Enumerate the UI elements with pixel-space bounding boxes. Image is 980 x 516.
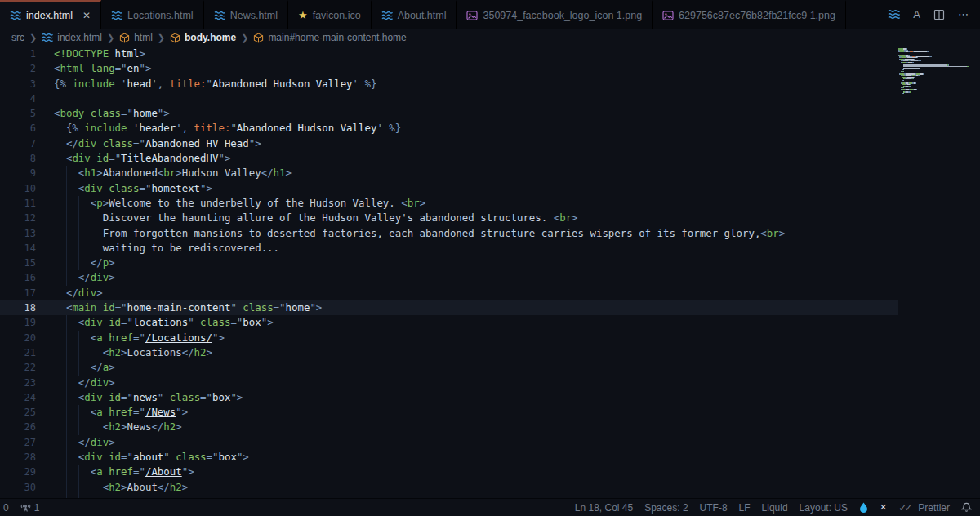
editor-actions: A ⋯ xyxy=(876,0,980,29)
code-line-23[interactable]: 23 </div> xyxy=(0,376,898,390)
code-line-6[interactable]: 6 {% include 'header', title:"Abandoned … xyxy=(0,121,898,136)
tab-about-html[interactable]: About.html xyxy=(372,0,457,29)
code-line-18[interactable]: 18 <main id="home-main-content" class="h… xyxy=(0,300,898,315)
html-file-icon xyxy=(381,11,393,20)
breadcrumb-label: main#home-main-content.home xyxy=(268,32,406,43)
tab-label: 629756c87ec76b82fb21fcc9 1.png xyxy=(679,10,835,21)
breadcrumb: src❯index.html❯html❯body.home❯main#home-… xyxy=(0,29,980,47)
breadcrumb-item-src[interactable]: src xyxy=(11,32,24,43)
broadcast-tower-indicator[interactable]: 1 xyxy=(20,502,40,514)
bell-icon xyxy=(961,502,972,513)
breadcrumb-label: index.html xyxy=(57,32,102,43)
image-file-icon xyxy=(662,10,674,21)
line-number: 28 xyxy=(0,450,46,465)
line-number: 14 xyxy=(0,241,46,256)
minimap[interactable] xyxy=(898,48,973,95)
code-line-1[interactable]: 1<!DOCTYPE html> xyxy=(0,47,898,61)
notifications-bell[interactable] xyxy=(961,502,972,513)
code-line-17[interactable]: 17 </div> xyxy=(0,286,898,300)
code-lines[interactable]: 1<!DOCTYPE html>2<html lang="en">3{% inc… xyxy=(0,47,898,498)
tab-bar: index.html✕Locations.htmlNews.html★favic… xyxy=(0,0,980,29)
indentation-setting[interactable]: Spaces: 2 xyxy=(644,502,688,514)
language-mode[interactable]: Liquid xyxy=(762,502,788,514)
code-line-21[interactable]: 21 <h2>Locations</h2> xyxy=(0,345,898,360)
code-line-4[interactable]: 4 xyxy=(0,91,898,106)
code-line-13[interactable]: 13 From forgotten mansions to deserted f… xyxy=(0,226,898,241)
tab-news-html[interactable]: News.html xyxy=(204,0,288,29)
line-number: 2 xyxy=(0,61,46,76)
code-line-20[interactable]: 20 <a href="/Locations/"> xyxy=(0,331,898,345)
line-number: 24 xyxy=(0,390,46,405)
code-line-10[interactable]: 10 <div class="hometext"> xyxy=(0,181,898,196)
line-number: 31 xyxy=(0,495,46,498)
line-number: 9 xyxy=(0,166,46,180)
tab-629756c87ec76b82fb21fcc9-1-png[interactable]: 629756c87ec76b82fb21fcc9 1.png xyxy=(653,0,846,29)
code-line-12[interactable]: 12 Discover the haunting allure of the H… xyxy=(0,211,898,225)
tab-index-html[interactable]: index.html✕ xyxy=(0,0,101,29)
code-line-15[interactable]: 15 </p> xyxy=(0,256,898,270)
symbol-cube-icon xyxy=(119,33,130,43)
more-actions-icon[interactable]: ⋯ xyxy=(958,8,969,20)
vscode-window: index.html✕Locations.htmlNews.html★favic… xyxy=(0,0,980,516)
breadcrumb-item-body-home[interactable]: body.home xyxy=(170,32,236,43)
image-file-icon xyxy=(466,10,478,21)
tab-label: 350974_facebook_logo_icon 1.png xyxy=(483,10,642,21)
code-line-2[interactable]: 2<html lang="en"> xyxy=(0,61,898,76)
droplet-icon[interactable] xyxy=(859,502,868,513)
breadcrumb-item-index-html[interactable]: index.html xyxy=(42,32,102,43)
code-line-31[interactable]: 31 </a> xyxy=(0,495,898,498)
code-line-30[interactable]: 30 <h2>About</h2> xyxy=(0,480,898,495)
line-number: 10 xyxy=(0,181,46,196)
text-cursor xyxy=(323,302,324,314)
tab-locations-html[interactable]: Locations.html xyxy=(101,0,204,29)
line-number: 15 xyxy=(0,256,46,270)
code-line-27[interactable]: 27 </div> xyxy=(0,435,898,450)
code-line-5[interactable]: 5<body class="home"> xyxy=(0,106,898,121)
line-number: 18 xyxy=(0,300,46,315)
line-number: 26 xyxy=(0,420,46,434)
prettier-status[interactable]: ✓✓ Prettier xyxy=(898,502,950,514)
line-number: 7 xyxy=(0,136,46,151)
code-line-11[interactable]: 11 <p>Welcome to the underbelly of the H… xyxy=(0,196,898,211)
code-line-16[interactable]: 16 </div> xyxy=(0,270,898,285)
close-x-icon[interactable]: ✕ xyxy=(880,502,887,513)
code-line-14[interactable]: 14 waiting to be rediscovered... xyxy=(0,241,898,256)
tab-350974-facebook-logo-icon-1-png[interactable]: 350974_facebook_logo_icon 1.png xyxy=(457,0,653,29)
keyboard-layout[interactable]: Layout: US xyxy=(800,502,848,514)
eol-setting[interactable]: LF xyxy=(739,502,751,514)
code-line-24[interactable]: 24 <div id="news" class="box"> xyxy=(0,390,898,405)
breadcrumb-item-main-home-main-content-home[interactable]: main#home-main-content.home xyxy=(253,32,406,43)
split-editor-icon[interactable] xyxy=(933,9,945,20)
breadcrumb-item-html[interactable]: html xyxy=(119,32,153,43)
waves-icon[interactable] xyxy=(888,9,900,20)
encoding-setting[interactable]: UTF-8 xyxy=(700,502,728,514)
letter-a-icon[interactable]: A xyxy=(913,8,920,20)
line-number: 16 xyxy=(0,270,46,285)
code-line-29[interactable]: 29 <a href="/About"> xyxy=(0,465,898,479)
code-line-26[interactable]: 26 <h2>News</h2> xyxy=(0,420,898,434)
code-line-3[interactable]: 3{% include 'head', title:"Abandoned Hud… xyxy=(0,77,898,91)
breadcrumb-label: src xyxy=(11,32,24,43)
line-number: 6 xyxy=(0,121,46,136)
status-bar: 0 1 Ln 18, Col 45 Spaces: 2 UTF-8 LF Liq… xyxy=(0,498,980,516)
line-number: 5 xyxy=(0,106,46,121)
problems-count[interactable]: 0 xyxy=(3,502,9,514)
code-editor[interactable]: 1<!DOCTYPE html>2<html lang="en">3{% inc… xyxy=(0,47,980,498)
line-number: 23 xyxy=(0,376,46,390)
close-tab-icon[interactable]: ✕ xyxy=(82,10,91,21)
code-line-19[interactable]: 19 <div id="locations" class="box"> xyxy=(0,315,898,330)
tab-favicon-ico[interactable]: ★favicon.ico xyxy=(288,0,372,29)
line-number: 22 xyxy=(0,360,46,375)
code-line-9[interactable]: 9 <h1>Abandoned<br>Hudson Valley</h1> xyxy=(0,166,898,180)
code-line-22[interactable]: 22 </a> xyxy=(0,360,898,375)
code-line-28[interactable]: 28 <div id="about" class="box"> xyxy=(0,450,898,465)
breadcrumb-separator-icon: ❯ xyxy=(107,33,114,43)
code-line-7[interactable]: 7 </div class="Abandoned HV Head"> xyxy=(0,136,898,151)
code-line-25[interactable]: 25 <a href="/News"> xyxy=(0,405,898,420)
symbol-cube-icon xyxy=(253,33,264,43)
tab-label: About.html xyxy=(398,10,447,21)
line-number: 11 xyxy=(0,196,46,211)
code-line-8[interactable]: 8 <div id="TitleAbandonedHV"> xyxy=(0,151,898,166)
line-number: 4 xyxy=(0,91,46,106)
cursor-position[interactable]: Ln 18, Col 45 xyxy=(575,502,633,514)
